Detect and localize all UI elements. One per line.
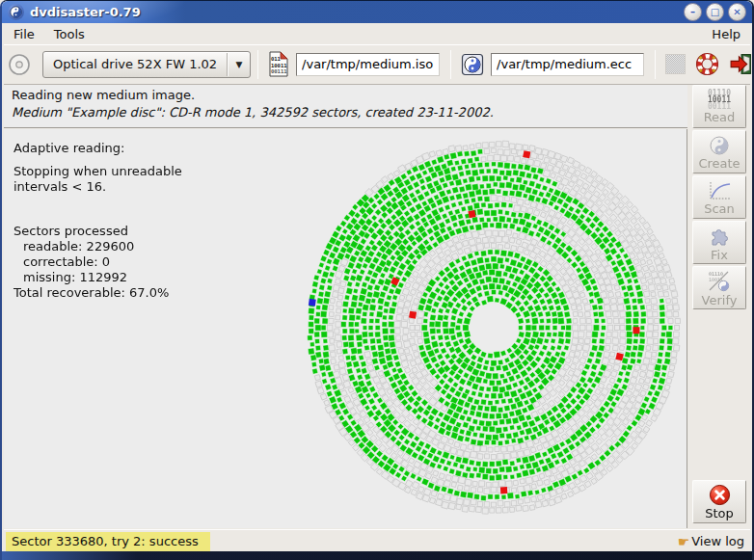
status-line-action: Reading new medium image.	[12, 88, 680, 102]
menu-tools[interactable]: Tools	[44, 25, 94, 43]
stop-icon	[709, 484, 731, 506]
info-stopping-line2: intervals < 16.	[13, 179, 235, 195]
ecc-file-icon	[461, 53, 484, 76]
status-text-area: Reading new medium image. Medium "Exampl…	[4, 85, 687, 127]
menu-file[interactable]: File	[4, 25, 44, 43]
stop-button-label: Stop	[705, 507, 734, 520]
app-logo-icon	[8, 4, 24, 20]
lifesaver-icon	[695, 52, 719, 76]
status-message: Sector 333680, try 2: success	[6, 532, 210, 551]
view-log-label: View log	[691, 534, 744, 548]
yinyang-logo-icon	[10, 6, 22, 18]
quit-button[interactable]	[729, 52, 753, 76]
drive-selector[interactable]: Optical drive 52X FW 1.02 ▼	[42, 51, 251, 78]
svg-text:10011: 10011	[271, 63, 287, 68]
toolbar-separator	[655, 50, 656, 79]
info-total-recoverable: Total recoverable: 67.0%	[13, 285, 235, 301]
verify-icon: 01110 10011	[707, 269, 732, 293]
chevron-down-icon: ▼	[229, 60, 250, 69]
toolbar-separator	[257, 50, 258, 79]
scan-button[interactable]: Scan	[692, 175, 746, 219]
svg-text:00111: 00111	[271, 68, 287, 74]
window-bottom-frame	[2, 551, 752, 560]
window-title: dvdisaster-0.79	[30, 5, 680, 19]
stop-button[interactable]: Stop	[692, 480, 746, 523]
menu-bar: File Tools Help	[4, 24, 750, 44]
toolbar: Optical drive 52X FW 1.02 ▼ 011 10011 00…	[4, 44, 750, 85]
create-yinyang-icon	[709, 135, 730, 156]
main-content: Adaptive reading: Stopping when unreadab…	[4, 129, 687, 528]
close-button[interactable]: ✕	[728, 3, 746, 21]
view-log-button[interactable]: ☛ View log	[678, 534, 744, 549]
cd-drive-icon	[7, 52, 32, 77]
ecc-path-input[interactable]	[491, 53, 644, 76]
fix-puzzle-icon	[708, 225, 731, 248]
read-button[interactable]: 01110 10011 00111 Read	[692, 85, 746, 128]
disabled-preferences-icon	[665, 54, 686, 74]
info-stopping-line1: Stopping when unreadable	[13, 164, 235, 179]
create-button[interactable]: Create	[692, 130, 746, 173]
status-bar: Sector 333680, try 2: success ☛ View log	[4, 529, 750, 552]
info-readable: readable: 229600	[13, 239, 235, 254]
title-bar[interactable]: dvdisaster-0.79 – □ ✕	[2, 1, 752, 23]
app-window: dvdisaster-0.79 – □ ✕ File Tools Help Op…	[0, 0, 754, 560]
info-correctable: correctable: 0	[13, 254, 235, 270]
status-line-medium-info: Medium "Example disc": CD-R mode 1, 3425…	[12, 105, 680, 120]
verify-button[interactable]: 01110 10011 Verify	[692, 266, 746, 309]
info-missing: missing: 112992	[13, 270, 235, 285]
exit-door-icon	[729, 52, 753, 76]
verify-button-label: Verify	[702, 294, 738, 307]
image-file-icon: 011 10011 00111	[268, 51, 289, 77]
read-binary-icon: 01110 10011 00111	[708, 90, 731, 110]
pointing-hand-icon: ☛	[678, 534, 690, 549]
help-button[interactable]	[695, 52, 719, 76]
scan-curve-icon	[707, 180, 732, 201]
scan-button-label: Scan	[704, 202, 735, 215]
fix-button[interactable]: Fix	[692, 221, 746, 264]
info-sectors-heading: Sectors processed	[13, 224, 235, 239]
info-panel: Adaptive reading: Stopping when unreadab…	[13, 141, 235, 301]
read-button-label: Read	[704, 111, 736, 123]
action-sidebar: 01110 10011 00111 Read Create Scan	[689, 85, 749, 525]
create-button-label: Create	[698, 157, 740, 170]
info-heading: Adaptive reading:	[13, 141, 235, 156]
svg-text:011: 011	[271, 56, 282, 62]
preferences-button-disabled[interactable]	[665, 54, 686, 74]
toolbar-separator	[450, 50, 451, 79]
menu-help[interactable]: Help	[702, 25, 750, 43]
minimize-button[interactable]: –	[684, 3, 702, 21]
fix-button-label: Fix	[711, 249, 728, 261]
info-gap	[13, 195, 235, 224]
drive-selector-value: Optical drive 52X FW 1.02	[43, 57, 227, 71]
maximize-button[interactable]: □	[706, 3, 724, 21]
image-path-input[interactable]	[296, 53, 440, 76]
